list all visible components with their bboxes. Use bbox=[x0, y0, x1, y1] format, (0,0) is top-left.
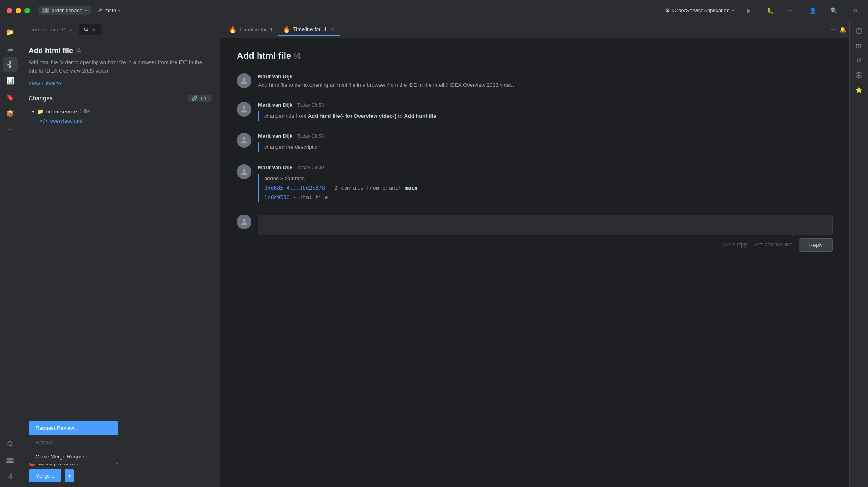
main-layout: 📂 ☁ 📊 🔖 📦 ··· ⌨ ⚙ bbox=[0, 21, 868, 487]
svg-point-11 bbox=[243, 137, 245, 140]
sidebar-item-settings[interactable]: ⚙ bbox=[3, 469, 18, 484]
tag-label: html bbox=[199, 95, 209, 101]
changes-tag: 🔗 html bbox=[188, 95, 212, 102]
event-detail-desc: changed the description bbox=[258, 142, 833, 152]
tab-timeline-mr1[interactable]: 🔥 Timeline for !1 bbox=[224, 23, 278, 36]
tab-actions-ellipsis-icon[interactable]: ⋯ bbox=[831, 27, 836, 33]
sidebar-item-bookmarks[interactable]: 🔖 bbox=[3, 90, 18, 104]
user-icon[interactable]: 👤 bbox=[806, 4, 819, 17]
right-icon-tasks[interactable] bbox=[852, 24, 866, 38]
event-body-title-change: Marit van Dijk Today 08:53 changed title… bbox=[258, 102, 833, 121]
tab-order-service-close[interactable]: ✕ bbox=[68, 27, 74, 33]
event-time-4: Today 09:00 bbox=[297, 165, 324, 170]
right-icon-diff[interactable] bbox=[852, 69, 866, 82]
sidebar-item-more[interactable]: ··· bbox=[3, 122, 18, 137]
minimize-button[interactable] bbox=[16, 8, 21, 13]
left-tab-bar: order-service !1 ✕ !4 ✕ bbox=[20, 21, 220, 38]
event-detail-commits: added 3 commits 8bd085f4...8bd2c378 - 2 … bbox=[258, 174, 833, 202]
tab-timeline-mr4-label: Timeline for !4 bbox=[293, 26, 327, 32]
right-icon-star[interactable]: ⭐ bbox=[852, 83, 866, 96]
tab-mr4-close[interactable]: ✕ bbox=[91, 27, 96, 33]
merge-dropdown-menu: Request Review... Rebase Close Merge Req… bbox=[29, 421, 118, 464]
mr-id: !4 bbox=[75, 46, 81, 55]
mr-description: Add html file to demo opening an html fi… bbox=[29, 58, 212, 75]
right-icon-undo[interactable]: ↺ bbox=[852, 54, 866, 67]
timeline-event-comment: Marit van Dijk Add html file to demo ope… bbox=[237, 73, 833, 90]
sidebar-item-search[interactable] bbox=[3, 436, 18, 451]
event-body-commits: Marit van Dijk Today 09:00 added 3 commi… bbox=[258, 164, 833, 202]
project-chevron-icon: ▾ bbox=[85, 8, 87, 13]
tab-order-service[interactable]: order-service !1 ✕ bbox=[24, 24, 79, 35]
changes-title: Changes bbox=[29, 95, 53, 102]
tag-icon: 🔗 bbox=[191, 95, 198, 101]
merge-button[interactable]: Merge... bbox=[29, 469, 61, 482]
repo-name: order-service bbox=[46, 108, 77, 115]
avatar-4 bbox=[237, 164, 251, 179]
svg-point-13 bbox=[243, 219, 245, 221]
dropdown-item-close-mr[interactable]: Close Merge Request bbox=[29, 449, 118, 464]
branch-icon: ⎇ bbox=[96, 7, 102, 13]
event-detail-commits-text: added 3 commits 8bd085f4...8bd2c378 - 2 … bbox=[264, 174, 418, 202]
event-body-comment: Marit van Dijk Add html file to demo ope… bbox=[258, 73, 833, 90]
event-author-1: Marit van Dijk bbox=[258, 73, 293, 80]
newline-shortcut-hint: ↩ to add new line bbox=[754, 242, 792, 248]
event-bar-2 bbox=[258, 142, 259, 152]
sidebar-item-git[interactable] bbox=[3, 57, 18, 72]
merge-dropdown-button[interactable]: ▾ bbox=[65, 469, 74, 482]
event-bar bbox=[258, 111, 259, 121]
dropdown-arrow-icon: ▾ bbox=[68, 473, 71, 479]
tab-mr4[interactable]: !4 ✕ bbox=[79, 24, 101, 35]
svg-point-9 bbox=[243, 78, 245, 81]
reply-button[interactable]: Reply bbox=[799, 238, 833, 252]
avatar-2 bbox=[237, 102, 251, 117]
settings-icon[interactable]: ⚙ bbox=[848, 4, 861, 17]
timeline-mr-title: Add html file !4 bbox=[237, 51, 833, 61]
tab-timeline-mr4[interactable]: 🔥 Timeline for !4 ✕ bbox=[278, 23, 340, 36]
event-author-4: Marit van Dijk bbox=[258, 164, 293, 170]
app-icon: ⚙ bbox=[665, 7, 670, 13]
dropdown-item-request-review[interactable]: Request Review... bbox=[29, 421, 118, 435]
svg-point-12 bbox=[243, 168, 245, 171]
tab-order-service-label: order-service bbox=[29, 27, 60, 33]
flame-icon-1: 🔥 bbox=[229, 26, 237, 33]
app-chevron-icon: ▾ bbox=[732, 8, 734, 13]
title-bar-right: ⚙ OrderServiceApplication ▾ ▶ 🐛 ⋯ 👤 🔍 ⚙ bbox=[665, 4, 861, 17]
sidebar-item-terminal[interactable]: ⌨ bbox=[3, 453, 18, 467]
branch-name: main bbox=[105, 7, 116, 13]
right-tab-actions[interactable]: ⋯ 🔔 bbox=[831, 27, 846, 33]
event-author-3: Marit van Dijk bbox=[258, 133, 293, 139]
merge-row: Merge... ▾ Request Review... Rebase Clos… bbox=[29, 469, 212, 482]
event-bar-3 bbox=[258, 174, 259, 202]
branch-selector[interactable]: ⎇ main ▾ bbox=[96, 7, 120, 13]
sidebar-item-analytics[interactable]: 📊 bbox=[3, 73, 18, 88]
file-tree-repo[interactable]: ▾ 📁 order-service 1 file bbox=[29, 107, 212, 116]
tab-notification-icon[interactable]: 🔔 bbox=[839, 27, 846, 33]
sidebar-item-packages[interactable]: 📦 bbox=[3, 106, 18, 121]
sidebar-item-explorer[interactable]: 📂 bbox=[3, 24, 18, 39]
project-badge: 0 bbox=[42, 8, 49, 13]
event-author-2: Marit van Dijk bbox=[258, 102, 293, 108]
traffic-lights bbox=[7, 8, 30, 13]
mr-title: Add html file !4 bbox=[29, 46, 212, 55]
right-icon-m[interactable]: m bbox=[852, 39, 866, 52]
file-tree-file[interactable]: </> overview.html bbox=[37, 116, 212, 126]
project-name: order-service bbox=[51, 7, 82, 13]
project-selector[interactable]: 0 order-service ▾ bbox=[38, 6, 91, 15]
debug-button[interactable]: 🐛 bbox=[763, 4, 777, 17]
app-selector[interactable]: ⚙ OrderServiceApplication ▾ bbox=[665, 7, 734, 13]
close-button[interactable] bbox=[7, 8, 12, 13]
right-panel: 🔥 Timeline for !1 🔥 Timeline for !4 ✕ ⋯ … bbox=[220, 21, 849, 487]
sidebar-item-cloud[interactable]: ☁ bbox=[3, 41, 18, 55]
maximize-button[interactable] bbox=[24, 8, 30, 13]
event-text-1: Add html file to demo opening an html fi… bbox=[258, 81, 833, 90]
tab-timeline-mr4-close[interactable]: ✕ bbox=[332, 27, 335, 32]
comment-input[interactable] bbox=[258, 215, 833, 235]
timeline-content: Add html file !4 Marit van Dijk Add html… bbox=[220, 38, 849, 487]
commit-line-1: 8bd085f4...8bd2c378 - 2 commits from bra… bbox=[264, 183, 418, 193]
search-icon[interactable]: 🔍 bbox=[827, 4, 840, 17]
status-bar-left: ✅ All checks have passed 🔴 Missing revie… bbox=[20, 445, 220, 487]
run-button[interactable]: ▶ bbox=[742, 4, 755, 17]
view-timeline-link[interactable]: View Timeline bbox=[29, 80, 61, 86]
more-button[interactable]: ⋯ bbox=[785, 4, 798, 17]
avatar-3 bbox=[237, 133, 251, 148]
